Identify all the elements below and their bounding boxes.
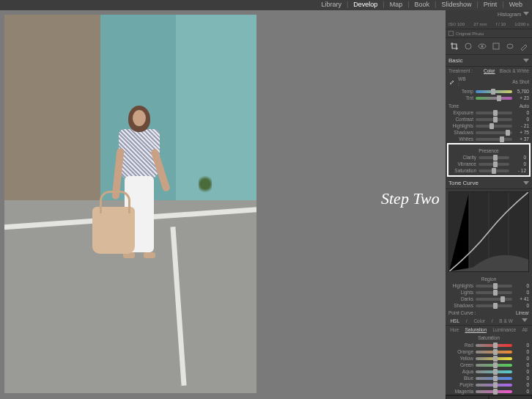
reset-button[interactable]: Reset (Adobe) (489, 395, 532, 399)
chevron-down-icon[interactable] (523, 181, 529, 185)
vibrance-slider[interactable]: Vibrance0 (448, 161, 529, 167)
region-header: Region (481, 277, 497, 282)
hsl-all[interactable]: All (522, 327, 528, 332)
histogram-info: ISO 10027 mmf / 101/200 s (446, 21, 532, 29)
tc-darks-slider[interactable]: Darks+ 41 (446, 296, 532, 302)
hsl-red-slider[interactable]: Red0 (446, 342, 532, 348)
hsl-green-slider[interactable]: Green0 (446, 362, 532, 368)
eyedropper-icon[interactable] (448, 78, 456, 85)
photo-preview (4, 15, 256, 393)
svg-point-2 (481, 45, 483, 48)
tonecurve-header[interactable]: Tone Curve (448, 180, 479, 186)
tc-lights-slider[interactable]: Lights0 (446, 289, 532, 296)
checkbox-icon[interactable] (448, 31, 454, 36)
wb-label: WB : (458, 76, 468, 87)
exposure-slider[interactable]: Exposure0 (446, 109, 532, 116)
module-nav: Library| Develop| Map| Book| Slideshow| … (317, 0, 532, 10)
hsl-aqua-slider[interactable]: Aqua0 (446, 368, 532, 375)
tc-highlights-slider[interactable]: Highlights0 (446, 282, 532, 289)
presence-header: Presence (479, 148, 498, 153)
tab-bw[interactable]: B & W (499, 318, 512, 323)
radial-tool-icon[interactable] (505, 41, 515, 51)
whites-slider[interactable]: Whites+ 37 (446, 136, 532, 142)
shadows-slider[interactable]: Shadows+ 75 (446, 129, 532, 136)
nav-map[interactable]: Map (386, 1, 407, 10)
develop-panel: Histogram ISO 10027 mmf / 101/200 s Orig… (446, 10, 532, 399)
presence-section-highlight: Presence Clarity0 Vibrance0 Saturation- … (447, 143, 531, 177)
hsl-orange-slider[interactable]: Orange0 (446, 348, 532, 355)
tone-header: Tone (448, 103, 459, 109)
hsl-panel-tabs: HSL/ Color/ B & W (446, 317, 532, 326)
svg-point-0 (465, 43, 471, 49)
point-curve-row[interactable]: Point Curve :Linear (446, 309, 532, 317)
hsl-section-header: Saturation (446, 334, 532, 342)
nav-library[interactable]: Library (317, 1, 345, 10)
hsl-blue-slider[interactable]: Blue0 (446, 375, 532, 381)
hsl-yellow-slider[interactable]: Yellow0 (446, 355, 532, 362)
svg-point-4 (507, 44, 513, 48)
treatment-row: Treatment : Color Black & White (446, 67, 532, 75)
histogram-header[interactable]: Histogram (498, 12, 521, 17)
tool-strip (446, 38, 532, 55)
basic-header[interactable]: Basic (448, 57, 463, 64)
nav-print[interactable]: Print (480, 1, 501, 10)
photo-viewport[interactable]: Step Two (0, 10, 446, 399)
saturation-slider[interactable]: Saturation- 12 (448, 167, 529, 174)
tab-color[interactable]: Color (473, 318, 485, 323)
chevron-down-icon[interactable] (523, 59, 529, 62)
nav-web[interactable]: Web (506, 1, 526, 10)
svg-rect-3 (493, 43, 499, 49)
hsl-hue[interactable]: Hue (450, 327, 459, 332)
redeye-tool-icon[interactable] (477, 41, 487, 51)
chevron-down-icon[interactable] (522, 318, 528, 322)
clarity-slider[interactable]: Clarity0 (448, 154, 529, 161)
hsl-saturation[interactable]: Saturation (465, 327, 487, 332)
tint-slider[interactable]: Tint+ 23 (446, 95, 532, 101)
spot-tool-icon[interactable] (463, 41, 473, 51)
annotation-step: Step Two (381, 189, 440, 208)
nav-slideshow[interactable]: Slideshow (437, 1, 475, 10)
highlights-slider[interactable]: Highlights- 21 (446, 122, 532, 129)
wb-preset[interactable]: As Shot (512, 79, 529, 84)
crop-tool-icon[interactable] (449, 41, 459, 51)
tab-hsl[interactable]: HSL (450, 318, 459, 323)
previous-button[interactable]: Previous (446, 395, 489, 399)
nav-develop[interactable]: Develop (350, 1, 381, 10)
nav-book[interactable]: Book (411, 1, 434, 10)
gradient-tool-icon[interactable] (491, 41, 501, 51)
original-photo-toggle[interactable]: Original Photo (446, 29, 532, 38)
chevron-down-icon[interactable] (523, 12, 529, 15)
tone-curve-graph[interactable] (448, 191, 529, 272)
treatment-color[interactable]: Color (484, 68, 495, 73)
hsl-purple-slider[interactable]: Purple0 (446, 381, 532, 388)
hsl-luminance[interactable]: Luminance (492, 327, 516, 332)
temp-slider[interactable]: Temp5,700 (446, 88, 532, 95)
treatment-bw[interactable]: Black & White (500, 68, 529, 73)
tc-shadows-slider[interactable]: Shadows0 (446, 302, 532, 309)
hsl-magenta-slider[interactable]: Magenta0 (446, 388, 532, 395)
contrast-slider[interactable]: Contrast0 (446, 116, 532, 122)
brush-tool-icon[interactable] (519, 41, 529, 51)
auto-tone-button[interactable]: Auto (520, 103, 529, 109)
